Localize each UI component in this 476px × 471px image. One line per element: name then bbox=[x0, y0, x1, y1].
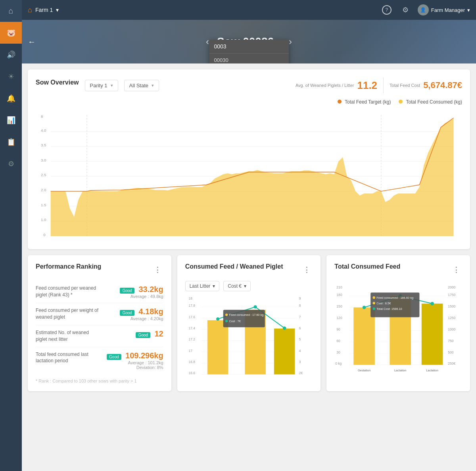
piglets-stat-value: 11.2 bbox=[357, 79, 377, 92]
cost-filter[interactable]: Cost € ▾ bbox=[223, 281, 251, 291]
litter-filter[interactable]: Last Litter ▾ bbox=[185, 281, 220, 291]
feed-cost-value: 5,674.87€ bbox=[423, 80, 462, 90]
sidebar-home-icon[interactable]: ⌂ bbox=[0, 0, 22, 22]
svg-text:100: 100 bbox=[299, 239, 305, 240]
svg-text:1250: 1250 bbox=[448, 316, 456, 320]
farm-selector[interactable]: ⌂ Farm 1 ▾ bbox=[28, 6, 59, 14]
perf-header: Performance Ranking ⋮ bbox=[36, 263, 163, 276]
litter-caret: ▾ bbox=[213, 283, 215, 289]
sidebar-settings2-icon[interactable]: ⚙ bbox=[0, 153, 22, 175]
user-label: Farm Manager bbox=[431, 7, 465, 13]
topbar-right: ? ⚙ 👤 Farm Manager ▾ bbox=[380, 4, 470, 16]
total-consumed-card: Total Consumed Feed ⋮ 0 kg 30 60 90 120 … bbox=[326, 255, 470, 391]
sidebar-farm-icon[interactable]: 🐷 bbox=[0, 22, 22, 44]
consumed-feed-area bbox=[51, 119, 454, 236]
prev-sow-button[interactable]: ‹ bbox=[206, 36, 209, 47]
total-more-button[interactable]: ⋮ bbox=[450, 265, 462, 275]
state-caret: ▾ bbox=[152, 83, 154, 88]
cost-point-1 bbox=[216, 317, 219, 321]
bar-lactation2 bbox=[274, 329, 295, 375]
next-sow-button[interactable]: › bbox=[289, 36, 292, 47]
sow-dropdown: 0003 00030000310003200033000340003500036… bbox=[209, 40, 289, 63]
svg-text:45: 45 bbox=[185, 239, 189, 240]
perf-item-value: 12 bbox=[154, 329, 163, 338]
state-filter[interactable]: All State ▾ bbox=[124, 80, 159, 91]
perf-item: Feed consumed per weight of weaned pigle… bbox=[36, 303, 163, 325]
settings-button[interactable]: ⚙ bbox=[399, 4, 412, 16]
topbar: ⌂ Farm 1 ▾ ? ⚙ 👤 Farm Manager ▾ bbox=[22, 0, 476, 20]
svg-text:3.5: 3.5 bbox=[41, 143, 46, 147]
svg-text:35: 35 bbox=[164, 239, 168, 240]
svg-text:0: 0 bbox=[383, 239, 385, 240]
svg-text:110: 110 bbox=[321, 239, 326, 240]
settings-icon: ⚙ bbox=[402, 6, 409, 14]
total-chart-svg: 0 kg 30 60 90 120 150 180 210 250€ 500 7… bbox=[334, 281, 462, 372]
cost-caret: ▾ bbox=[244, 283, 246, 289]
perf-item-value-row: Good 109.296kg bbox=[107, 351, 163, 360]
svg-text:Feed: Feed bbox=[361, 372, 368, 372]
dropdown-search-input[interactable]: 0003 bbox=[214, 43, 284, 50]
sidebar-sun-icon[interactable]: ☀ bbox=[0, 65, 22, 87]
help-button[interactable]: ? bbox=[380, 4, 393, 16]
perf-item-avg: Average : 101.2kg bbox=[107, 360, 163, 365]
consumed-feed-card: Consumed Feed / Weaned Piglet ⋮ Last Lit… bbox=[177, 255, 321, 391]
sow-header: ← ‹ Sow 00086 ▾ › 0003 00030000310003200… bbox=[22, 20, 476, 63]
legend-target-label: Total Feed Target (kg) bbox=[345, 99, 391, 105]
svg-text:5: 5 bbox=[400, 239, 402, 240]
perf-item-value-area: Good 109.296kg Average : 101.2kg Deviati… bbox=[107, 351, 163, 370]
consumed-chart: 16.6 16.8 17 17.2 17.4 17.6 17.8 18 2€ 3… bbox=[185, 295, 313, 380]
perf-more-button[interactable]: ⋮ bbox=[152, 265, 163, 275]
svg-text:55: 55 bbox=[205, 239, 209, 240]
dropdown-search-area: 0003 bbox=[209, 40, 289, 54]
consumed-more-button[interactable]: ⋮ bbox=[301, 265, 313, 275]
perf-item-value: 109.296kg bbox=[125, 351, 163, 360]
svg-text:180: 180 bbox=[337, 293, 343, 297]
content-area: Sow Overview Parity 1 ▾ All State ▾ Avg.… bbox=[22, 63, 476, 471]
user-menu[interactable]: 👤 Farm Manager ▾ bbox=[418, 4, 470, 15]
sidebar-sound-icon[interactable]: 🔊 bbox=[0, 44, 22, 65]
svg-text:30: 30 bbox=[154, 239, 158, 240]
main-chart-svg: 0 1.0 1.5 2.0 2.5 3.0 3.5 4.0 8 bbox=[36, 109, 462, 240]
svg-text:16.6: 16.6 bbox=[188, 371, 195, 375]
dropdown-item[interactable]: 00030 bbox=[209, 54, 289, 63]
main-wrapper: ⌂ Farm 1 ▾ ? ⚙ 👤 Farm Manager ▾ ← ‹ Sow … bbox=[22, 0, 476, 471]
svg-text:15: 15 bbox=[123, 239, 127, 240]
consumed-title: Consumed Feed / Weaned Piglet bbox=[185, 263, 283, 270]
svg-text:2€: 2€ bbox=[299, 371, 303, 375]
good-badge: Good bbox=[120, 310, 134, 316]
back-button[interactable]: ← bbox=[28, 37, 36, 46]
main-chart-area: 0 1.0 1.5 2.0 2.5 3.0 3.5 4.0 8 bbox=[36, 109, 462, 241]
svg-text:10: 10 bbox=[74, 239, 78, 240]
user-caret: ▾ bbox=[467, 7, 470, 13]
svg-text:1.5: 1.5 bbox=[41, 203, 46, 207]
sidebar-chart-icon[interactable]: 📊 bbox=[0, 109, 22, 131]
parity-filter[interactable]: Parity 1 ▾ bbox=[85, 80, 118, 91]
legend-target-dot bbox=[338, 100, 342, 104]
svg-text:0: 0 bbox=[52, 239, 54, 240]
svg-text:60: 60 bbox=[337, 339, 341, 343]
legend-consumed: Total Feed Consumed (kg) bbox=[399, 99, 462, 105]
svg-text:4: 4 bbox=[299, 349, 301, 353]
svg-text:6: 6 bbox=[299, 326, 301, 330]
svg-text:1500: 1500 bbox=[448, 304, 456, 308]
svg-text:150: 150 bbox=[337, 304, 343, 308]
consumed-tooltip bbox=[223, 310, 265, 327]
svg-text:90: 90 bbox=[337, 327, 341, 331]
sidebar: ⌂ 🐷 🔊 ☀ 🔔 📊 📋 ⚙ bbox=[0, 0, 22, 471]
farm-caret: ▾ bbox=[56, 7, 59, 13]
sidebar-alert-icon[interactable]: 🔔 bbox=[0, 87, 22, 109]
svg-text:5: 5 bbox=[102, 239, 104, 240]
svg-text:105: 105 bbox=[310, 239, 316, 240]
svg-text:120: 120 bbox=[342, 239, 348, 240]
svg-text:10: 10 bbox=[113, 239, 117, 240]
svg-text:20: 20 bbox=[447, 239, 451, 240]
svg-text:3.0: 3.0 bbox=[41, 158, 46, 162]
consumed-filters: Last Litter ▾ Cost € ▾ bbox=[185, 281, 313, 291]
svg-text:Cost : 8.5€: Cost : 8.5€ bbox=[376, 302, 391, 305]
svg-text:8: 8 bbox=[41, 114, 43, 119]
svg-text:15: 15 bbox=[432, 239, 436, 240]
avatar: 👤 bbox=[418, 4, 429, 15]
svg-text:115: 115 bbox=[331, 239, 337, 240]
sidebar-report-icon[interactable]: 📋 bbox=[0, 131, 22, 153]
svg-text:40: 40 bbox=[174, 239, 178, 240]
